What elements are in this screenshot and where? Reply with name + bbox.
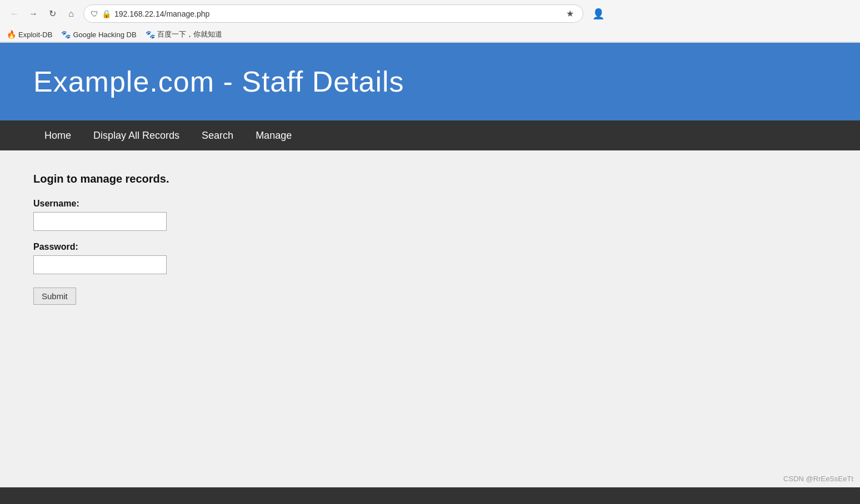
forward-button[interactable]: → bbox=[26, 6, 41, 22]
bookmarks-bar: 🔥 Exploit-DB 🐾 Google Hacking DB 🐾 百度一下，… bbox=[0, 27, 860, 42]
baidu-icon: 🐾 bbox=[146, 30, 155, 39]
google-hacking-icon: 🐾 bbox=[61, 30, 71, 39]
exploit-db-icon: 🔥 bbox=[7, 30, 16, 39]
browser-chrome: ← → ↻ ⌂ 🛡 🔒 ★ 👤 🔥 Exploit-DB 🐾 Google Ha… bbox=[0, 0, 860, 43]
site-nav: Home Display All Records Search Manage bbox=[0, 120, 860, 150]
lock-icon: 🔒 bbox=[102, 9, 111, 18]
bookmark-google-hacking-db[interactable]: 🐾 Google Hacking DB bbox=[61, 30, 136, 39]
username-input[interactable] bbox=[33, 212, 167, 231]
password-label: Password: bbox=[33, 242, 827, 252]
back-button[interactable]: ← bbox=[7, 6, 22, 22]
nav-manage[interactable]: Manage bbox=[244, 120, 303, 150]
bookmark-baidu[interactable]: 🐾 百度一下，你就知道 bbox=[146, 29, 222, 39]
login-form: Login to manage records. Username: Passw… bbox=[33, 173, 827, 305]
reload-button[interactable]: ↻ bbox=[44, 6, 60, 22]
site-title: Example.com - Staff Details bbox=[33, 65, 827, 98]
submit-button[interactable]: Submit bbox=[33, 288, 76, 305]
nav-search[interactable]: Search bbox=[191, 120, 244, 150]
site-header: Example.com - Staff Details bbox=[0, 43, 860, 120]
nav-buttons: ← → ↻ ⌂ bbox=[7, 6, 79, 22]
username-group: Username: bbox=[33, 199, 827, 231]
nav-display-all-records[interactable]: Display All Records bbox=[82, 120, 191, 150]
profile-button[interactable]: 👤 bbox=[592, 8, 604, 20]
bookmark-star-button[interactable]: ★ bbox=[564, 7, 576, 20]
site-footer bbox=[0, 487, 860, 504]
username-label: Username: bbox=[33, 199, 827, 209]
password-group: Password: bbox=[33, 242, 827, 274]
browser-toolbar: ← → ↻ ⌂ 🛡 🔒 ★ 👤 bbox=[0, 0, 860, 27]
home-button[interactable]: ⌂ bbox=[63, 6, 79, 22]
site-content: Login to manage records. Username: Passw… bbox=[0, 150, 860, 428]
password-input[interactable] bbox=[33, 255, 167, 274]
bookmark-exploit-db[interactable]: 🔥 Exploit-DB bbox=[7, 30, 52, 39]
bookmark-baidu-label: 百度一下，你就知道 bbox=[157, 29, 222, 39]
shield-icon: 🛡 bbox=[91, 9, 98, 18]
address-bar-container: 🛡 🔒 ★ bbox=[83, 4, 583, 23]
watermark: CSDN @RrEeSsEeTt bbox=[783, 475, 853, 483]
address-input[interactable] bbox=[114, 9, 561, 18]
login-heading: Login to manage records. bbox=[33, 173, 827, 185]
nav-home[interactable]: Home bbox=[33, 120, 82, 150]
bookmark-google-hacking-label: Google Hacking DB bbox=[73, 31, 136, 39]
bookmark-exploit-db-label: Exploit-DB bbox=[18, 31, 52, 39]
